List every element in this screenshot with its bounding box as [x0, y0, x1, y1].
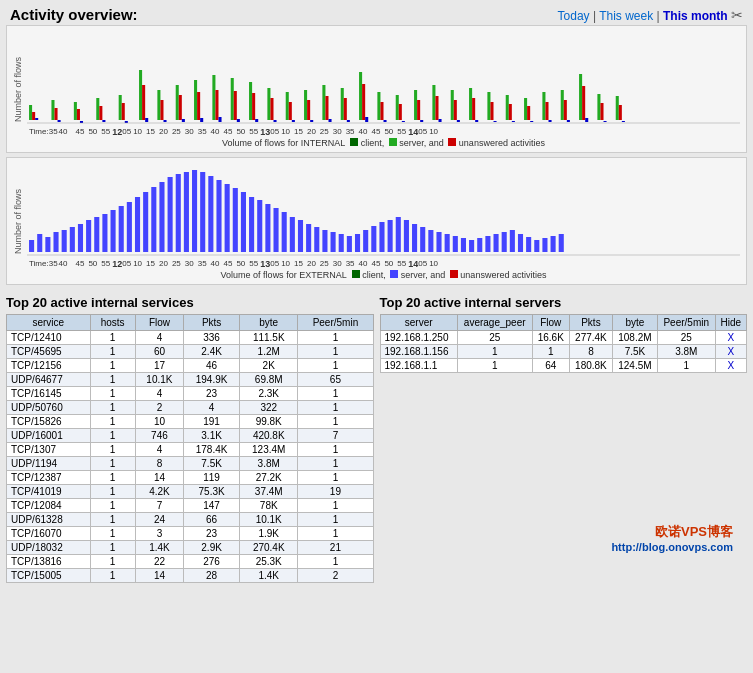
table-row: TCP/4101914.2K75.3K37.4M19 — [7, 485, 374, 499]
watermark: 欧诺VPS博客 http://blog.onovps.com — [611, 523, 733, 553]
svg-rect-130 — [298, 220, 303, 252]
table-row: TCP/456951602.4K1.2M1 — [7, 345, 374, 359]
svg-rect-37 — [270, 98, 273, 120]
svg-rect-143 — [404, 220, 409, 252]
today-link[interactable]: Today — [558, 9, 590, 23]
svg-rect-42 — [304, 90, 307, 120]
svg-rect-13 — [122, 103, 125, 120]
this-month-link[interactable]: This month — [663, 9, 728, 23]
svg-rect-14 — [125, 121, 128, 123]
internal-chart-area: Number of flows — [6, 25, 747, 153]
svg-rect-56 — [384, 120, 387, 122]
svg-rect-101 — [62, 230, 67, 252]
page-title: Activity overview: — [10, 6, 138, 23]
svg-rect-47 — [328, 119, 331, 122]
svg-rect-148 — [445, 234, 450, 252]
table-row: UDP/1600117463.1K420.8K7 — [7, 429, 374, 443]
svg-rect-5 — [58, 120, 61, 122]
col-hide: Hide — [715, 315, 746, 331]
svg-rect-3 — [51, 100, 54, 120]
svg-rect-69 — [469, 88, 472, 120]
svg-rect-46 — [325, 96, 328, 120]
svg-rect-39 — [286, 92, 289, 120]
svg-rect-21 — [176, 85, 179, 120]
svg-rect-50 — [347, 120, 350, 122]
watermark-line2: http://blog.onovps.com — [611, 541, 733, 553]
col-avg-peer: average_peer — [457, 315, 532, 331]
svg-rect-25 — [197, 92, 200, 120]
svg-rect-129 — [290, 217, 295, 252]
internal-servers-table: server average_peer Flow Pkts byte Peer/… — [380, 314, 748, 373]
external-chart-caption: Volume of flows for EXTERNAL client, ser… — [27, 270, 740, 280]
external-chart-content: Time:35 40 45 50 55 12 05 10 15 20 25 30… — [27, 162, 740, 280]
svg-rect-90 — [597, 94, 600, 120]
svg-rect-133 — [322, 230, 327, 252]
svg-rect-75 — [506, 95, 509, 120]
svg-rect-110 — [135, 197, 140, 252]
svg-rect-1 — [32, 112, 35, 120]
svg-rect-93 — [616, 96, 619, 120]
svg-rect-10 — [99, 106, 102, 120]
svg-rect-135 — [339, 234, 344, 252]
col-pkts: Pkts — [569, 315, 612, 331]
svg-rect-29 — [218, 117, 221, 122]
svg-rect-51 — [359, 72, 362, 120]
external-chart-area: Number of flows — [6, 157, 747, 285]
svg-rect-36 — [267, 88, 270, 120]
svg-rect-67 — [454, 100, 457, 120]
svg-rect-79 — [527, 106, 530, 120]
this-week-link[interactable]: This week — [599, 9, 653, 23]
col-pkts: Pkts — [184, 315, 240, 331]
svg-rect-112 — [151, 187, 156, 252]
svg-rect-48 — [341, 88, 344, 120]
svg-rect-92 — [604, 121, 607, 122]
header: Activity overview: Today | This week | T… — [0, 0, 753, 25]
svg-rect-137 — [355, 234, 360, 252]
svg-rect-18 — [157, 90, 160, 120]
svg-rect-49 — [344, 98, 347, 120]
svg-rect-12 — [119, 95, 122, 120]
col-flow: Flow — [532, 315, 569, 331]
table-row: TCP/1381612227625.3K1 — [7, 555, 374, 569]
svg-rect-41 — [292, 120, 295, 122]
svg-rect-140 — [379, 222, 384, 252]
table-row: UDP/64677110.1K194.9K69.8M65 — [7, 373, 374, 387]
svg-rect-9 — [96, 98, 99, 120]
svg-rect-97 — [29, 240, 34, 252]
svg-rect-77 — [512, 121, 515, 122]
svg-rect-24 — [194, 80, 197, 120]
svg-rect-74 — [494, 121, 497, 122]
external-chart-svg — [27, 162, 740, 257]
svg-rect-59 — [402, 121, 405, 122]
table-row: TCP/130714178.4K123.4M1 — [7, 443, 374, 457]
svg-rect-115 — [176, 174, 181, 252]
svg-rect-52 — [362, 84, 365, 120]
svg-rect-11 — [102, 120, 105, 122]
table-row: 192.168.1.1164180.8K124.5M1X — [380, 359, 747, 373]
svg-rect-62 — [420, 120, 423, 122]
table-row: TCP/120841714778K1 — [7, 499, 374, 513]
svg-rect-146 — [428, 230, 433, 252]
svg-rect-159 — [534, 240, 539, 252]
col-service: service — [7, 315, 91, 331]
internal-chart-caption: Volume of flows for INTERNAL client, ser… — [27, 138, 740, 148]
svg-rect-87 — [579, 74, 582, 120]
table-row: TCP/1582611019199.8K1 — [7, 415, 374, 429]
svg-rect-22 — [179, 95, 182, 120]
svg-rect-58 — [399, 104, 402, 120]
svg-rect-28 — [215, 90, 218, 120]
svg-rect-4 — [55, 108, 58, 120]
svg-rect-8 — [80, 121, 83, 123]
svg-rect-124 — [249, 197, 254, 252]
col-hosts: hosts — [90, 315, 135, 331]
svg-rect-66 — [451, 90, 454, 120]
table-row: UDP/1194187.5K3.8M1 — [7, 457, 374, 471]
svg-rect-122 — [233, 188, 238, 252]
svg-rect-61 — [417, 100, 420, 120]
svg-rect-33 — [249, 82, 252, 120]
scissors-icon[interactable]: ✂ — [731, 7, 743, 23]
svg-rect-43 — [307, 100, 310, 120]
svg-rect-147 — [436, 232, 441, 252]
svg-rect-136 — [347, 236, 352, 252]
svg-rect-54 — [377, 92, 380, 120]
